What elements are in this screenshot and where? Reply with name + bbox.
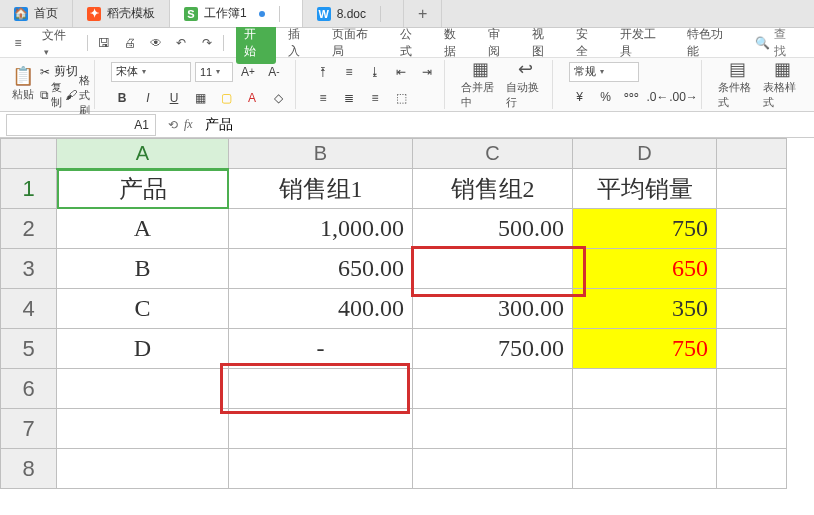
menu-special[interactable]: 特色功能 — [679, 22, 743, 64]
border-button[interactable]: ▦ — [189, 87, 211, 109]
cell-D3[interactable]: 650 — [573, 249, 717, 289]
currency-button[interactable]: ¥ — [569, 86, 591, 108]
row-header-8[interactable]: 8 — [1, 449, 57, 489]
clear-format-button[interactable]: ◇ — [267, 87, 289, 109]
preview-icon[interactable]: 👁 — [146, 33, 166, 53]
table-style-button[interactable]: ▦ 表格样式 — [763, 60, 802, 110]
increase-decimal-button[interactable]: .00→ — [673, 86, 695, 108]
cell-D1[interactable]: 平均销量 — [573, 169, 717, 209]
row-header-6[interactable]: 6 — [1, 369, 57, 409]
cell-D4[interactable]: 350 — [573, 289, 717, 329]
tab-home[interactable]: 🏠 首页 — [0, 0, 73, 27]
menu-insert[interactable]: 插入 — [280, 22, 320, 64]
redo-icon[interactable]: ↷ — [197, 33, 217, 53]
col-header-B[interactable]: B — [229, 139, 413, 169]
align-center-button[interactable]: ≣ — [338, 87, 360, 109]
tab-doc[interactable]: W 8.doc — [303, 0, 404, 27]
cell-E2[interactable] — [717, 209, 787, 249]
cell-C6[interactable] — [413, 369, 573, 409]
cell-C4[interactable]: 300.00 — [413, 289, 573, 329]
cell-D7[interactable] — [573, 409, 717, 449]
cell-B7[interactable] — [229, 409, 413, 449]
save-icon[interactable]: 🖫 — [94, 33, 114, 53]
col-header-D[interactable]: D — [573, 139, 717, 169]
paste-button[interactable]: 📋 粘贴 — [12, 67, 34, 102]
increase-font-button[interactable]: A+ — [237, 61, 259, 83]
fx-icon[interactable]: fx — [184, 117, 193, 132]
cell-C2[interactable]: 500.00 — [413, 209, 573, 249]
cell-A1[interactable]: 产品 — [57, 169, 229, 209]
cancel-formula-icon[interactable]: ⟲ — [168, 118, 178, 132]
undo-icon[interactable]: ↶ — [171, 33, 191, 53]
cell-B6[interactable] — [229, 369, 413, 409]
menu-dev[interactable]: 开发工具 — [612, 22, 676, 64]
fill-color-button[interactable]: ▢ — [215, 87, 237, 109]
cell-B2[interactable]: 1,000.00 — [229, 209, 413, 249]
cell-A2[interactable]: A — [57, 209, 229, 249]
format-painter-button[interactable]: 🖌格式刷 — [66, 84, 88, 106]
cell-B8[interactable] — [229, 449, 413, 489]
cell-E5[interactable] — [717, 329, 787, 369]
align-bottom-button[interactable]: ⭳ — [364, 61, 386, 83]
file-menu[interactable]: 文件▾ — [34, 23, 81, 62]
formula-input[interactable] — [199, 114, 814, 136]
percent-button[interactable]: % — [595, 86, 617, 108]
font-color-button[interactable]: A — [241, 87, 263, 109]
wrap-text-button[interactable]: ↩ 自动换行 — [506, 60, 545, 110]
indent-increase-button[interactable]: ⇥ — [416, 61, 438, 83]
cell-D5[interactable]: 750 — [573, 329, 717, 369]
menu-formula[interactable]: 公式 — [392, 22, 432, 64]
cell-C7[interactable] — [413, 409, 573, 449]
cell-E7[interactable] — [717, 409, 787, 449]
menu-layout[interactable]: 页面布局 — [324, 22, 388, 64]
indent-decrease-button[interactable]: ⇤ — [390, 61, 412, 83]
cell-B3[interactable]: 650.00 — [229, 249, 413, 289]
conditional-format-button[interactable]: ▤ 条件格式 — [718, 60, 757, 110]
cell-D2[interactable]: 750 — [573, 209, 717, 249]
decrease-decimal-button[interactable]: .0← — [647, 86, 669, 108]
select-all-corner[interactable] — [1, 139, 57, 169]
merge-extra-button[interactable]: ⬚ — [390, 87, 412, 109]
align-middle-button[interactable]: ≡ — [338, 61, 360, 83]
row-header-2[interactable]: 2 — [1, 209, 57, 249]
number-format-select[interactable]: 常规▾ — [569, 62, 639, 82]
font-size-select[interactable]: 11▾ — [195, 62, 233, 82]
cell-A6[interactable] — [57, 369, 229, 409]
decrease-font-button[interactable]: A- — [263, 61, 285, 83]
name-box[interactable]: A1 — [6, 114, 156, 136]
cell-E8[interactable] — [717, 449, 787, 489]
font-name-select[interactable]: 宋体▾ — [111, 62, 191, 82]
cell-E4[interactable] — [717, 289, 787, 329]
cell-C5[interactable]: 750.00 — [413, 329, 573, 369]
row-header-7[interactable]: 7 — [1, 409, 57, 449]
col-header-A[interactable]: A — [57, 139, 229, 169]
cell-C3[interactable] — [413, 249, 573, 289]
menu-security[interactable]: 安全 — [568, 22, 608, 64]
italic-button[interactable]: I — [137, 87, 159, 109]
cell-E3[interactable] — [717, 249, 787, 289]
bold-button[interactable]: B — [111, 87, 133, 109]
cell-B1[interactable]: 销售组1 — [229, 169, 413, 209]
cell-B5[interactable]: - — [229, 329, 413, 369]
row-header-1[interactable]: 1 — [1, 169, 57, 209]
find-box[interactable]: 🔍 查找 — [747, 26, 806, 60]
align-top-button[interactable]: ⭱ — [312, 61, 334, 83]
menu-review[interactable]: 审阅 — [480, 22, 520, 64]
cell-B4[interactable]: 400.00 — [229, 289, 413, 329]
copy-button[interactable]: ⧉复制 — [40, 84, 62, 106]
cell-A7[interactable] — [57, 409, 229, 449]
menu-view[interactable]: 视图 — [524, 22, 564, 64]
cell-E1[interactable] — [717, 169, 787, 209]
align-left-button[interactable]: ≡ — [312, 87, 334, 109]
row-header-4[interactable]: 4 — [1, 289, 57, 329]
tab-workbook[interactable]: S 工作簿1 — [170, 0, 303, 27]
cell-C1[interactable]: 销售组2 — [413, 169, 573, 209]
cell-A8[interactable] — [57, 449, 229, 489]
cell-D6[interactable] — [573, 369, 717, 409]
cell-A3[interactable]: B — [57, 249, 229, 289]
col-header-C[interactable]: C — [413, 139, 573, 169]
tab-template[interactable]: ✦ 稻壳模板 — [73, 0, 170, 27]
menu-data[interactable]: 数据 — [436, 22, 476, 64]
cell-A4[interactable]: C — [57, 289, 229, 329]
cell-D8[interactable] — [573, 449, 717, 489]
